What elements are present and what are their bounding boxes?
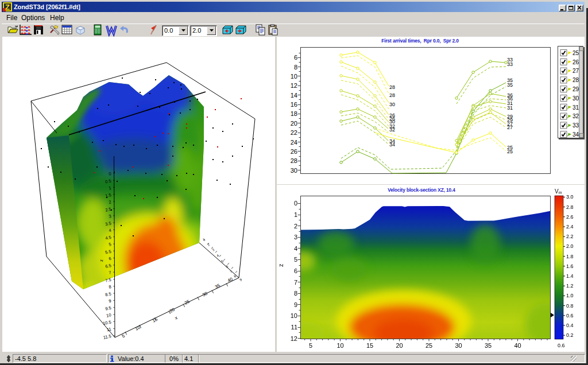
svg-text:30: 30: [455, 342, 462, 349]
svg-text:10: 10: [336, 342, 343, 349]
svg-text:2.4: 2.4: [566, 224, 574, 230]
svg-text:32: 32: [389, 127, 395, 133]
svg-text:40: 40: [514, 342, 521, 349]
svg-text:15: 15: [366, 342, 373, 349]
svg-text:6: 6: [294, 267, 297, 274]
svg-text:33: 33: [507, 61, 513, 67]
svg-text:4: 4: [294, 245, 297, 252]
svg-text:14: 14: [291, 92, 297, 99]
svg-text:33: 33: [572, 122, 579, 129]
svg-text:1.0: 1.0: [566, 293, 574, 298]
svg-text:28: 28: [291, 157, 297, 164]
svg-text:15: 15: [152, 316, 159, 323]
svg-text:10: 10: [106, 312, 111, 319]
svg-text:8: 8: [109, 284, 112, 290]
svg-text:16: 16: [291, 101, 297, 108]
svg-text:1.8: 1.8: [566, 254, 574, 259]
svg-text:z: z: [99, 259, 104, 262]
svg-text:18: 18: [291, 110, 297, 117]
svg-text:2.2: 2.2: [566, 234, 574, 239]
svg-text:2.8: 2.8: [566, 204, 574, 210]
svg-text:9: 9: [294, 301, 297, 308]
svg-text:0: 0: [294, 200, 297, 207]
svg-text:6: 6: [225, 265, 229, 269]
svg-text:30: 30: [291, 167, 297, 174]
svg-text:1.2: 1.2: [566, 283, 574, 289]
svg-text:10: 10: [291, 73, 297, 80]
svg-text:2.0: 2.0: [566, 243, 574, 249]
svg-text:1: 1: [202, 238, 206, 242]
svg-text:34: 34: [389, 142, 395, 147]
svg-text:7.5: 7.5: [105, 277, 111, 284]
svg-text:0.8: 0.8: [566, 303, 574, 309]
svg-text:0.2: 0.2: [566, 332, 574, 338]
svg-text:11.5: 11.5: [103, 333, 112, 340]
svg-text:30: 30: [389, 102, 395, 107]
svg-text:7: 7: [294, 279, 297, 286]
svg-text:29: 29: [572, 86, 579, 92]
svg-text:5: 5: [294, 256, 297, 263]
svg-text:5: 5: [309, 342, 312, 349]
svg-text:8.5: 8.5: [105, 291, 111, 297]
svg-text:30: 30: [202, 290, 209, 297]
svg-text:Z: Z: [5, 3, 10, 11]
svg-text:2: 2: [294, 223, 297, 230]
svg-text:4: 4: [216, 254, 220, 258]
svg-text:3.0: 3.0: [566, 194, 574, 200]
svg-text:3: 3: [211, 248, 215, 252]
svg-text:5: 5: [220, 259, 225, 263]
svg-text:20: 20: [396, 342, 403, 349]
svg-text:z: z: [277, 264, 284, 267]
svg-text:x: x: [174, 315, 178, 321]
svg-text:0.6: 0.6: [566, 313, 574, 319]
svg-text:9: 9: [239, 278, 243, 282]
svg-text:28: 28: [389, 92, 395, 98]
svg-text:10: 10: [134, 324, 142, 331]
svg-text:2.6: 2.6: [566, 214, 574, 220]
svg-text:22: 22: [291, 129, 297, 136]
svg-text:25: 25: [507, 149, 513, 154]
svg-text:11: 11: [291, 324, 297, 331]
svg-text:1.4: 1.4: [566, 273, 574, 279]
svg-text:32: 32: [572, 113, 579, 119]
svg-text:12: 12: [291, 82, 297, 89]
svg-text:25: 25: [572, 50, 579, 56]
svg-text:10.5: 10.5: [102, 319, 111, 326]
svg-text:40: 40: [227, 276, 234, 283]
svg-text:9: 9: [109, 298, 112, 304]
svg-text:28: 28: [572, 77, 579, 83]
svg-text:31: 31: [507, 105, 513, 111]
svg-text:1: 1: [294, 211, 297, 218]
svg-text:35: 35: [507, 82, 513, 88]
svg-text:11: 11: [106, 327, 111, 332]
svg-text:35: 35: [485, 342, 492, 349]
svg-text:8: 8: [294, 64, 297, 71]
svg-text:25: 25: [184, 298, 191, 305]
svg-text:27: 27: [572, 68, 579, 74]
svg-text:3: 3: [294, 234, 297, 240]
svg-text:35: 35: [214, 282, 222, 289]
svg-text:26: 26: [572, 59, 579, 65]
svg-text:26: 26: [291, 148, 297, 155]
svg-text:8: 8: [294, 290, 297, 297]
svg-text:28: 28: [389, 84, 395, 90]
svg-text:24: 24: [291, 139, 297, 146]
svg-text:1.6: 1.6: [566, 263, 574, 269]
svg-text:6: 6: [294, 54, 297, 61]
svg-text:20: 20: [291, 120, 297, 127]
svg-text:12: 12: [291, 335, 297, 342]
svg-text:34: 34: [572, 131, 579, 138]
svg-text:27: 27: [507, 125, 513, 130]
svg-text:0.6: 0.6: [558, 343, 565, 348]
svg-text:30: 30: [572, 95, 579, 102]
svg-text:10: 10: [291, 312, 297, 319]
svg-text:25: 25: [425, 342, 432, 349]
svg-text:0.4: 0.4: [566, 323, 574, 328]
svg-text:7: 7: [229, 270, 233, 274]
svg-text:5: 5: [121, 333, 126, 339]
svg-text:9.5: 9.5: [105, 305, 111, 312]
svg-text:31: 31: [572, 104, 579, 111]
